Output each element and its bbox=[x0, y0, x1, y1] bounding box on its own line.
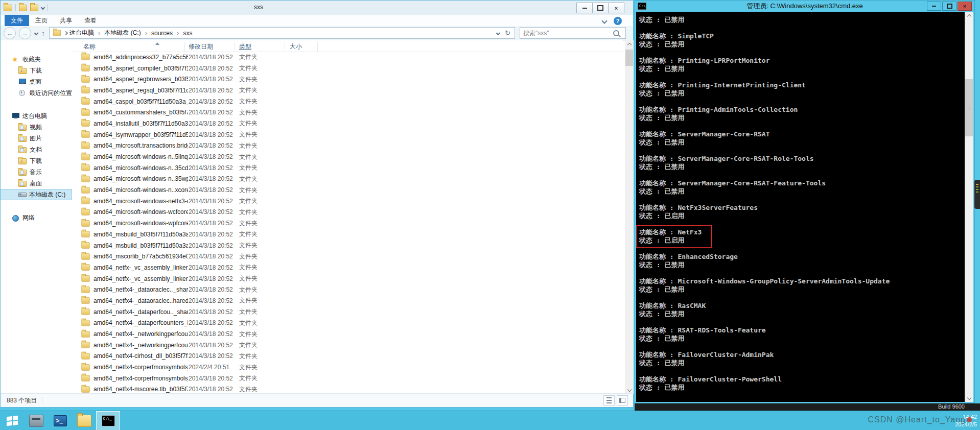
console-line: 状态 : 已禁用 bbox=[639, 40, 965, 49]
qat-newfolder-icon[interactable] bbox=[30, 5, 38, 11]
breadcrumb-item[interactable]: 本地磁盘 (C:) bbox=[102, 29, 149, 37]
table-row[interactable]: amd64_isymwrapper_b03f5f7f11d50a... 2014… bbox=[72, 129, 623, 140]
maximize-button[interactable] bbox=[592, 3, 609, 13]
column-header-size[interactable]: 大小 bbox=[290, 42, 302, 51]
start-button[interactable] bbox=[0, 411, 24, 430]
ribbon-tab[interactable]: 查看 bbox=[78, 15, 103, 26]
address-bar[interactable]: 这台电脑本地磁盘 (C:)sourcessxs ↻ bbox=[49, 27, 515, 39]
table-row[interactable]: amd64_netfx4-corperfmonsymbols_h... 2024… bbox=[72, 362, 623, 373]
sidebar-item[interactable]: 桌面 bbox=[1, 178, 72, 189]
table-row[interactable]: amd64_netfx4-_dataoraclec.._shared1... 2… bbox=[72, 284, 623, 295]
sidebar-item-label: 下载 bbox=[30, 157, 42, 165]
minimize-button[interactable] bbox=[576, 3, 593, 13]
sidebar-item[interactable]: 桌面 bbox=[1, 76, 72, 87]
table-row[interactable]: amd64_netfx4-_dataperfcou.._shared... 20… bbox=[72, 306, 623, 318]
console-scrollbar[interactable] bbox=[965, 12, 973, 402]
table-row[interactable]: amd64_netfx-_vc_assembly_linker_dll_... … bbox=[72, 262, 623, 273]
thumbnail-view-icon[interactable] bbox=[617, 395, 628, 405]
help-icon[interactable]: ? bbox=[614, 17, 622, 25]
up-button[interactable]: ↑ bbox=[41, 29, 45, 37]
ribbon-tab[interactable]: 主页 bbox=[29, 15, 54, 26]
table-row[interactable]: amd64_msbuild_b03f5f7f11d50a3a_6.... 201… bbox=[72, 240, 623, 251]
ribbon-tab[interactable]: 文件 bbox=[5, 15, 29, 26]
qat-customize-chevron-icon[interactable] bbox=[41, 6, 45, 10]
taskbar-file-explorer[interactable] bbox=[72, 411, 96, 430]
back-button[interactable]: ← bbox=[4, 27, 16, 39]
breadcrumb-item[interactable]: sxs bbox=[181, 29, 198, 37]
cmd-close-button[interactable]: × bbox=[958, 2, 972, 11]
watermark-dot-icon bbox=[967, 417, 972, 422]
table-row[interactable]: amd64_microsoft-windows-wcfcorec... 2014… bbox=[72, 207, 623, 218]
table-row[interactable]: amd64_mscorlib_b77a5c561934e089_... 2014… bbox=[72, 251, 623, 262]
table-row[interactable]: amd64_aspnet_regsql_b03f5f7f11d50... 201… bbox=[72, 85, 623, 96]
table-row[interactable]: amd64_netfx4-corperfmonsymbols_in... 201… bbox=[72, 373, 623, 384]
table-row[interactable]: amd64_netfx4-_dataperfcounters_ini_... 2… bbox=[72, 318, 623, 329]
taskbar-server-manager[interactable] bbox=[24, 411, 48, 430]
table-row[interactable]: amd64_custommarshalers_b03f5f7f1... 2014… bbox=[72, 107, 623, 118]
column-header-type[interactable]: 类型 bbox=[239, 42, 251, 51]
address-history-chevron-icon[interactable] bbox=[496, 31, 500, 35]
search-input[interactable] bbox=[520, 30, 613, 37]
table-row[interactable]: amd64_msbuild_b03f5f7f11d50a3a_3.... 201… bbox=[72, 229, 623, 240]
column-header-name[interactable]: 名称 bbox=[83, 42, 96, 51]
file-list-scrollbar[interactable] bbox=[625, 40, 634, 394]
console-scroll-up-icon[interactable] bbox=[965, 12, 973, 20]
scrollbar-thumb[interactable] bbox=[625, 50, 633, 66]
table-row[interactable]: amd64_aspnet_compiler_b03f5f7f11d... 201… bbox=[72, 63, 623, 74]
sidebar-item[interactable]: 下载 bbox=[1, 65, 72, 76]
table-row[interactable]: amd64_microsoft-windows-n..35wpfc... 201… bbox=[72, 174, 623, 185]
column-header-date[interactable]: 修改日期 bbox=[189, 42, 213, 51]
forward-button[interactable]: → bbox=[19, 27, 31, 39]
sidebar-item[interactable]: 下载 bbox=[1, 155, 72, 166]
table-row[interactable]: amd64_netfx4-mscoree.tlb_b03f5f7f1 2014/… bbox=[72, 384, 623, 394]
table-row[interactable]: amd64_netfx-_vc_assembly_linker_me... 20… bbox=[72, 273, 623, 284]
file-name: amd64_microsoft-windows-n..xcorec... bbox=[94, 186, 188, 194]
file-date: 2014/3/18 20:52 bbox=[189, 375, 233, 382]
table-row[interactable]: amd64_microsoft-windows-n..xcorec... 201… bbox=[72, 184, 623, 196]
table-row[interactable]: amd64_microsoft-windows-n..35cdfc... 201… bbox=[72, 162, 623, 174]
sidebar-item[interactable]: 图片 bbox=[1, 133, 72, 144]
table-row[interactable]: amd64_netfx4-_networkingperfcount... 201… bbox=[72, 328, 623, 340]
taskbar-cmd-active[interactable] bbox=[96, 411, 120, 430]
console-line: 功能名称 : EnhancedStorage bbox=[639, 253, 965, 261]
ribbon-tab[interactable]: 共享 bbox=[54, 15, 78, 26]
refresh-icon[interactable]: ↻ bbox=[505, 29, 510, 37]
sidebar-item[interactable]: 这台电脑 bbox=[1, 110, 72, 122]
console-line: 功能名称 : Microsoft-Windows-GroupPolicy-Ser… bbox=[639, 277, 965, 285]
table-row[interactable]: amd64_addinprocess32_b77a5c5619... 2014/… bbox=[72, 52, 623, 63]
explorer-window: sxs × 文件主页共享查看 ? ← → ↑ 这台电脑本地磁盘 (C:)sour… bbox=[0, 0, 634, 408]
table-row[interactable]: amd64_installutil_b03f5f7f11d50a3a_6... … bbox=[72, 118, 623, 129]
breadcrumb-item[interactable]: 这台电脑 bbox=[67, 29, 102, 37]
taskbar-powershell[interactable] bbox=[48, 411, 72, 430]
expand-ribbon-chevron-icon[interactable] bbox=[601, 18, 607, 23]
sidebar-item[interactable]: 收藏夹 bbox=[1, 54, 72, 65]
details-view-icon[interactable] bbox=[603, 395, 615, 405]
table-row[interactable]: amd64_netfx4-clrhost_dll_b03f5f7f11... 2… bbox=[72, 351, 623, 362]
console-line bbox=[639, 73, 965, 81]
folder-icon bbox=[81, 165, 89, 171]
close-button[interactable]: × bbox=[608, 3, 624, 13]
console-scrollbar-thumb[interactable] bbox=[965, 79, 973, 136]
cmd-maximize-button[interactable] bbox=[942, 2, 956, 11]
table-row[interactable]: amd64_microsoft-windows-n..5linqco... 20… bbox=[72, 151, 623, 162]
table-row[interactable]: amd64_netfx4-_networkingperfcount... 201… bbox=[72, 340, 623, 351]
sidebar-item[interactable]: 本地磁盘 (C:) bbox=[1, 189, 72, 200]
cmd-minimize-button[interactable] bbox=[927, 2, 941, 11]
qat-properties-icon[interactable] bbox=[19, 5, 27, 11]
sidebar-item[interactable]: 最近访问的位置 bbox=[1, 87, 72, 99]
breadcrumb-item[interactable]: sources bbox=[149, 29, 181, 37]
console-scroll-down-icon[interactable] bbox=[965, 393, 973, 402]
recent-locations-chevron-icon[interactable] bbox=[34, 31, 38, 35]
sidebar-item[interactable]: 音乐 bbox=[1, 166, 72, 178]
table-row[interactable]: amd64_microsoft.transactions.bridge... 2… bbox=[72, 140, 623, 152]
sidebar-item[interactable]: 网络 bbox=[1, 212, 72, 223]
scroll-down-icon[interactable] bbox=[625, 385, 634, 394]
table-row[interactable]: amd64_netfx4-_dataoraclec..hared12_... 2… bbox=[72, 295, 623, 306]
table-row[interactable]: amd64_aspnet_regbrowsers_b03f5f7f... 201… bbox=[72, 74, 623, 85]
scroll-up-icon[interactable] bbox=[625, 40, 634, 49]
table-row[interactable]: amd64_microsoft-windows-netfx3-co... 201… bbox=[72, 196, 623, 207]
table-row[interactable]: amd64_caspol_b03f5f7f11d50a3a_6.3... 201… bbox=[72, 96, 623, 107]
sidebar-item[interactable]: 文档 bbox=[1, 144, 72, 155]
table-row[interactable]: amd64_microsoft-windows-wpfcorec... 2014… bbox=[72, 218, 623, 229]
sidebar-item[interactable]: 视频 bbox=[1, 122, 72, 133]
